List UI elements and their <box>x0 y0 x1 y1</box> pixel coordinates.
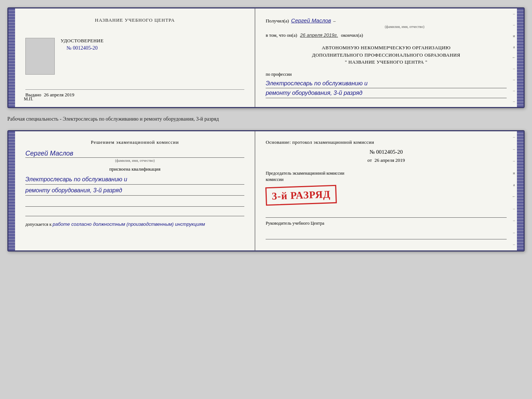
profession-label: по профессии <box>266 72 507 77</box>
chairman-label: Председатель экзаменационной комиссии <box>266 171 507 176</box>
recipient-line: Получил(а) Сергей Маслов – <box>266 17 507 24</box>
bottom-right-edge-dashes: – – – и а ← – – – – <box>511 131 517 250</box>
qualification-line1: Электрослесарь по обслуживанию и <box>25 174 244 185</box>
top-left-heading: НАЗВАНИЕ УЧЕБНОГО ЦЕНТРА <box>25 17 244 23</box>
top-document: НАЗВАНИЕ УЧЕБНОГО ЦЕНТРА УДОСТОВЕРЕНИЕ №… <box>7 7 525 108</box>
sign-line-1 <box>25 199 244 207</box>
udost-title: УДОСТОВЕРЕНИЕ <box>61 38 104 44</box>
photo-placeholder <box>25 38 55 75</box>
date-line: в том, что он(а) 26 апреля 2019г. окончи… <box>266 32 507 38</box>
issued-line: Выдано 26 апреля 2019 <box>25 89 244 98</box>
org-line2: ДОПОЛНИТЕЛЬНОГО ПРОФЕССИОНАЛЬНОГО ОБРАЗО… <box>266 51 507 59</box>
sign-line-2 <box>25 209 244 216</box>
recipient-name: Сергей Маслов <box>291 17 331 24</box>
right-sign-line-2 <box>266 232 507 239</box>
doc-spine-left <box>8 8 15 107</box>
between-label: Рабочая специальность - Электрослесарь п… <box>7 115 525 124</box>
top-doc-right-panel: Получил(а) Сергей Маслов – (фамилия, имя… <box>255 8 517 107</box>
fio-label-top: (фамилия, имя, отчество) <box>302 25 507 29</box>
mp-label: М.П. <box>24 96 33 102</box>
org-line1: АВТОНОМНУЮ НЕКОММЕРЧЕСКУЮ ОРГАНИЗАЦИЮ <box>266 44 507 51</box>
right-sign-lines <box>266 210 507 218</box>
date-prefix: от <box>367 157 372 163</box>
bottom-doc-right-panel: Основание: протокол экзаменационной коми… <box>255 131 517 250</box>
top-doc-left-panel: НАЗВАНИЕ УЧЕБНОГО ЦЕНТРА УДОСТОВЕРЕНИЕ №… <box>15 8 255 107</box>
right-sign-line-1 <box>266 210 507 218</box>
org-block: АВТОНОМНУЮ НЕКОММЕРЧЕСКУЮ ОРГАНИЗАЦИЮ ДО… <box>266 44 507 66</box>
stamp-text: 3-й РАЗРЯД <box>272 188 331 202</box>
allowed-text: допускается к работе согласно должностны… <box>25 221 244 227</box>
person-name: Сергей Маслов <box>25 150 244 158</box>
basis-text: Основание: протокол экзаменационной коми… <box>266 139 507 145</box>
commission-heading: Решением экаменационной комиссии <box>25 139 244 145</box>
bottom-document: Решением экаменационной комиссии Сергей … <box>7 130 525 252</box>
assigned-text: присвоена квалификация <box>25 166 244 172</box>
right-edge-dashes: – – и а ← – – – – <box>511 8 517 107</box>
issued-date: 26 апреля 2019 <box>44 92 75 97</box>
completed-label: окончил(а) <box>341 32 363 38</box>
received-prefix: Получил(а) <box>266 18 289 24</box>
bottom-doc-spine-right <box>517 131 524 250</box>
udost-section: УДОСТОВЕРЕНИЕ № 0012405-20 <box>25 38 244 75</box>
protocol-date: от 26 апреля 2019 <box>266 157 507 163</box>
org-line3: " НАЗВАНИЕ УЧЕБНОГО ЦЕНТРА " <box>266 58 507 66</box>
date-handwritten: 26 апреля 2019г. <box>300 32 338 38</box>
doc-spine-right <box>517 8 524 107</box>
profession-line1: Электрослесарь по обслуживанию и <box>266 79 507 89</box>
udost-number: № 0012405-20 <box>61 45 104 51</box>
dash: – <box>333 18 336 24</box>
profession-line2: ремонту оборудования, 3-й разряд <box>266 88 507 98</box>
right-sign-lines-2 <box>266 232 507 239</box>
commission-label-2: комиссии <box>266 177 507 182</box>
protocol-date-value: 26 апреля 2019 <box>374 157 405 163</box>
head-label: Руководитель учебного Центра <box>266 221 507 226</box>
in-that-prefix: в том, что он(а) <box>266 32 297 38</box>
allowed-handwritten: работе согласно должностным (производств… <box>53 221 205 227</box>
qualification-line2: ремонту оборудования, 3-й разряд <box>25 185 244 196</box>
sign-lines <box>25 199 244 216</box>
bottom-doc-left-panel: Решением экаменационной комиссии Сергей … <box>15 131 255 250</box>
bottom-fio-label: (фамилия, имя, отчество) <box>25 158 244 163</box>
protocol-number: № 0012405-20 <box>266 149 507 155</box>
allowed-prefix: допускается к <box>25 222 51 227</box>
stamp-box: 3-й РАЗРЯД <box>265 185 337 206</box>
udost-text-block: УДОСТОВЕРЕНИЕ № 0012405-20 <box>61 38 104 51</box>
bottom-doc-spine-left <box>8 131 15 250</box>
